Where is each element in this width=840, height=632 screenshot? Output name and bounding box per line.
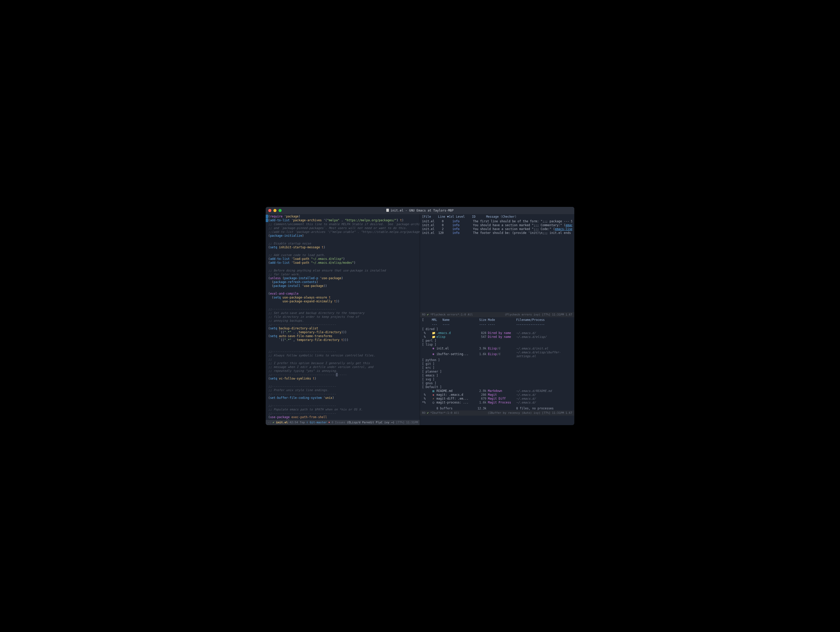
gear-icon: ❃ xyxy=(432,352,435,356)
flycheck-body[interactable]: init.el0infoThe first line should be of … xyxy=(420,220,574,235)
ml-percent: [77%] xyxy=(542,411,550,415)
folder-icon: 📁 xyxy=(432,331,435,335)
ml-modes: (IBuffer by recency (Auto) ivy) xyxy=(488,411,540,415)
ml-ro: RO xyxy=(422,313,425,317)
ibuffer-totals: 8 buffers12.3k8 files, no processes xyxy=(422,407,572,410)
flycheck-row[interactable]: init.el0infoThe first line should be of … xyxy=(422,220,572,223)
ibuffer-row[interactable]: % ◈magit: .emacs.d286Magit~/.emacs.d/ xyxy=(422,393,572,397)
ibuffer-group[interactable]: [ git ] xyxy=(422,362,572,366)
ml-time: 11:31PM xyxy=(552,313,564,317)
left-pane: (require 'package) (add-to-list 'package… xyxy=(266,214,420,425)
ibuffer-row[interactable]: % ⚡magit-diff: .em...679Magit Diff~/.ema… xyxy=(422,397,572,401)
ibuffer-row[interactable]: % 📁elisp547Dired by name~/.emacs.d/elisp… xyxy=(422,335,572,339)
gh-icon: ◯ xyxy=(432,401,435,404)
ml-prefix: -: xyxy=(268,420,271,425)
ml-ro: RO xyxy=(422,411,425,415)
ibuffer-header: [ MRL Name Size Mode Filename/Process --… xyxy=(420,317,574,327)
close-icon[interactable] xyxy=(268,209,272,212)
check-icon: ✔ xyxy=(427,313,429,317)
ml-load: 1.67 xyxy=(565,313,573,317)
fringe-marker-icon xyxy=(266,215,268,218)
ibuffer-row[interactable]: % 📁.emacs.d828Dired by name~/.emacs.d/ xyxy=(422,331,572,335)
ml-filename: init.el:42:54 Top xyxy=(276,420,305,425)
folder-icon: 📁 xyxy=(432,335,435,339)
ibuffer-row[interactable]: ❃ibuffer-setting...1.6kELisp/d~/.emacs.d… xyxy=(422,350,572,358)
bolt-icon: ⚡ xyxy=(432,397,435,401)
modeline-ibuffer: RO ✔ *Ibuffer*:1:0 All (IBuffer by recen… xyxy=(420,410,574,416)
ml-load: 1.67 xyxy=(565,411,573,415)
right-pane: [File Line ▼Col Level ID Message (Checke… xyxy=(420,214,574,425)
ml-time: 11:31PM xyxy=(552,411,564,415)
ibuffer-group[interactable]: [ erc ] xyxy=(422,366,572,370)
flycheck-row[interactable]: init.el2infoYou should have a section ma… xyxy=(422,227,572,231)
diamond-icon: ◈ xyxy=(432,393,435,397)
titlebar: init.el - GNU Emacs at Taylors-MBP xyxy=(266,207,574,214)
check-icon: ✔ xyxy=(427,411,429,415)
ibuffer-group[interactable]: [ lisp ] xyxy=(422,343,572,347)
ml-time: 11:31PM xyxy=(406,420,418,425)
flycheck-row[interactable]: init.el120infoThe footer should be: (pro… xyxy=(422,231,572,235)
ibuffer-group[interactable]: [ dired ] xyxy=(422,327,572,331)
git-branch-icon: ᚼ xyxy=(306,420,308,425)
ibuffer-row[interactable]: *% ◯magit-process: ...1.6kMagit Process~… xyxy=(422,401,572,404)
ml-buffer: *Ibuffer*:1:0 All xyxy=(430,411,459,415)
minimize-icon[interactable] xyxy=(273,209,276,212)
ml-modes: (ELisp/d Paredit FlyC ivy ⇒) xyxy=(347,420,394,425)
code-buffer[interactable]: (require 'package) (add-to-list 'package… xyxy=(266,214,420,420)
ibuffer-group[interactable]: [ planner ] xyxy=(422,370,572,374)
ibuffer-body[interactable]: [ dired ] % 📁.emacs.d828Dired by name~/.… xyxy=(420,327,574,410)
modeline-flycheck: RO ✔ *Flycheck errors*:1:0 All (Flycheck… xyxy=(420,312,574,317)
book-icon: ▤ xyxy=(432,389,435,393)
flycheck-header: [File Line ▼Col Level ID Message (Checke… xyxy=(420,214,574,220)
ibuffer-pane: [ MRL Name Size Mode Filename/Process --… xyxy=(420,317,574,425)
document-icon xyxy=(386,209,389,212)
ibuffer-group[interactable]: [ svg ] xyxy=(422,377,572,381)
ibuffer-group[interactable]: [ perl ] xyxy=(422,339,572,343)
zoom-icon[interactable] xyxy=(278,209,282,212)
ibuffer-group[interactable]: [ python ] xyxy=(422,358,572,362)
ibuffer-row[interactable]: ❃init.el3.9kELisp/d~/.emacs.d/init.el xyxy=(422,347,572,350)
check-icon: ✔ xyxy=(273,420,275,425)
modeline-left: -: ✔ init.el:42:54 Top ᚼ Git-master ✖ 0 … xyxy=(266,420,420,425)
ibuffer-group[interactable]: [ emacs ] xyxy=(422,374,572,377)
flycheck-pane: [File Line ▼Col Level ID Message (Checke… xyxy=(420,214,574,235)
fringe-marker-icon xyxy=(266,219,268,222)
gear-icon: ❃ xyxy=(432,347,435,350)
emacs-window: init.el - GNU Emacs at Taylors-MBP (requ… xyxy=(266,207,574,425)
traffic-lights xyxy=(268,209,282,212)
ml-percent: [77%] xyxy=(396,420,404,425)
ibuffer-group[interactable]: [ gnus ] xyxy=(422,381,572,385)
flycheck-row[interactable]: init.el0infoYou should have a section ma… xyxy=(422,223,572,227)
window-title: init.el - GNU Emacs at Taylors-MBP xyxy=(266,208,574,213)
ml-percent: [77%] xyxy=(542,313,550,317)
ml-modes: (Flycheck errors ivy) xyxy=(505,313,540,317)
error-icon: ✖ xyxy=(328,420,330,425)
ml-issues: 0 Issues xyxy=(332,420,345,425)
ml-git-branch: Git-master xyxy=(309,420,327,425)
ibuffer-row[interactable]: ▤README.md2.9kMarkdown~/.emacs.d/README.… xyxy=(422,389,572,393)
ibuffer-group[interactable]: [ Default ] xyxy=(422,385,572,389)
ml-buffer: *Flycheck errors*:1:0 All xyxy=(430,313,473,317)
